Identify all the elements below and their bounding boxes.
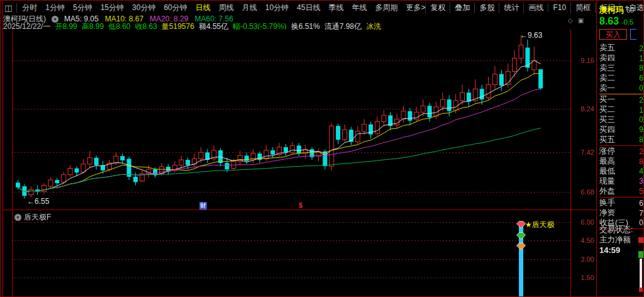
clock: 14:59 <box>599 245 620 255</box>
row-value: 4 <box>639 167 643 176</box>
menu-item[interactable]: 更多> <box>406 3 425 13</box>
row-value: 0 <box>639 84 643 92</box>
orderbook-row[interactable]: 卖一0 <box>599 83 643 93</box>
row-label: 最高 <box>599 156 615 167</box>
row-label: 最低 <box>599 166 615 177</box>
mini-bar-green <box>638 251 643 258</box>
signal-label: ★盾天极 <box>525 220 555 230</box>
row-value: 2 <box>639 44 643 53</box>
orderbook-row[interactable]: 卖二6 <box>599 73 643 83</box>
row-value: 8 <box>639 157 643 166</box>
row-label: 买一 <box>599 94 615 105</box>
main-chart-canvas[interactable] <box>12 30 570 210</box>
high-annotation: ←9.63 <box>520 31 542 40</box>
menu-item[interactable]: 5分钟 <box>73 3 92 13</box>
orderbook-row[interactable]: 买三0 <box>599 115 643 125</box>
menu-item[interactable]: 10分钟 <box>265 3 289 13</box>
menu-item[interactable]: 多周期 <box>375 3 397 13</box>
orderbook-row[interactable]: 买五8 <box>599 135 643 145</box>
orderbook-row[interactable]: 最低4 <box>599 167 643 177</box>
trade-status-row: 交易状态: <box>599 225 644 235</box>
orderbook-row[interactable]: 外盘5 <box>599 186 643 196</box>
row-label: 净资 <box>599 208 615 218</box>
y-axis-label: 1.50 <box>569 274 594 281</box>
menu-item[interactable]: 15分钟 <box>101 3 124 13</box>
row-value: 2 <box>639 96 643 104</box>
orderbook-row[interactable]: 买一2 <box>599 95 643 105</box>
row-value: 0 <box>639 115 643 124</box>
y-axis-label: 6.00 <box>569 218 594 226</box>
row-label: 买三 <box>599 115 615 125</box>
orderbook-row[interactable]: 卖三8 <box>599 64 643 74</box>
row-label: 买四 <box>599 125 615 135</box>
layout-icon[interactable]: ▣ <box>578 17 584 24</box>
orderbook-row[interactable]: 卖五2 <box>599 43 643 53</box>
menu-item[interactable]: 1分钟 <box>45 3 65 13</box>
orderbook-row[interactable]: 换手6 <box>599 198 643 208</box>
row-value: 6 <box>639 199 643 208</box>
row-value: 2 <box>639 147 643 156</box>
row-label: 换手 <box>599 198 615 208</box>
menu-item[interactable]: 分时 <box>22 3 37 13</box>
chart-corner-icons: ◇ ▣ <box>568 17 584 24</box>
row-label: 卖五 <box>599 43 615 53</box>
stock-header: 澳柯玛60 <box>599 4 634 16</box>
menu-item[interactable]: 日线 <box>196 3 211 13</box>
stock-code: 60 <box>626 6 634 14</box>
right-panel: 澳柯玛60 8.63-0.5 买入 卖五2卖四1卖三8卖二6卖一0买一2买二1买… <box>597 1 644 297</box>
sub-indicator-label: ▾ 盾天极F <box>14 212 51 223</box>
toolbar-item[interactable]: 叠加 <box>450 3 474 13</box>
chart-left-frame <box>12 30 13 296</box>
orderbook-row[interactable]: 买二1 <box>599 105 643 115</box>
orderbook-row[interactable]: 卖四1 <box>599 53 643 64</box>
orderbook-rows: 卖五2卖四1卖三8卖二6卖一0买一2买二1买三0买四9买五8涨停2最高8最低4现… <box>599 43 643 230</box>
stock-name: 澳柯玛 <box>599 5 624 14</box>
toolbar-item[interactable]: 多股 <box>474 3 499 13</box>
row-value: 9 <box>639 125 643 134</box>
orderbook-row[interactable]: 现量3 <box>599 176 643 186</box>
menu-item[interactable]: 30分钟 <box>132 3 155 13</box>
menu-item[interactable]: 周线 <box>219 3 234 13</box>
sub-indicator-name: 盾天极F <box>24 212 51 223</box>
mini-bar-red-bottom <box>639 288 643 292</box>
row-value: 7 <box>639 209 643 218</box>
menu-item[interactable]: 月线 <box>242 3 257 13</box>
menubar: ◫ 分时1分钟5分钟15分钟30分钟60分钟日线周线月线10分钟45日线季线年线… <box>1 1 597 14</box>
row-label: 卖四 <box>599 53 615 64</box>
y-axis-label: 7.42 <box>569 148 594 156</box>
price-change: -0.5 <box>621 18 633 26</box>
orderbook-row[interactable]: 买四9 <box>599 125 643 135</box>
y-axis-label: 9.16 <box>569 57 594 64</box>
menu-item[interactable]: 45日线 <box>297 3 320 13</box>
menu-item[interactable]: 年线 <box>352 3 367 13</box>
dollar-marker[interactable]: $ <box>299 201 303 209</box>
row-label: 涨停 <box>599 146 615 157</box>
buy-button[interactable]: 买入 <box>599 29 627 40</box>
trade-buttons: 买入 <box>599 29 636 40</box>
price-header: 8.63-0.5 <box>599 16 633 27</box>
y-axis-label: 8.24 <box>569 105 594 113</box>
toolbar-item[interactable]: 画线 <box>523 3 548 13</box>
row-label: 现量 <box>599 176 615 187</box>
subchart-divider <box>3 210 596 210</box>
orderbook-row[interactable]: 净资7 <box>599 208 643 218</box>
toolbar-item[interactable]: F10 <box>548 3 570 12</box>
finance-marker[interactable]: 财 <box>199 202 207 210</box>
row-value: 3 <box>639 177 643 186</box>
window-icon[interactable]: ◫ <box>4 3 17 13</box>
toolbar-item[interactable]: 简框 <box>570 3 595 13</box>
menu-item[interactable]: 60分钟 <box>164 3 187 13</box>
sub-collapse-icon[interactable]: ▾ <box>14 214 21 221</box>
orderbook-row[interactable]: 最高8 <box>599 157 643 167</box>
diamond-icon[interactable]: ◇ <box>568 17 573 24</box>
row-value: 8 <box>639 64 643 72</box>
sub-chart-canvas[interactable] <box>12 211 570 296</box>
row-label: 卖一 <box>599 83 615 94</box>
sell-button-partial[interactable] <box>630 29 636 40</box>
row-label: 外盘 <box>599 186 615 197</box>
window-left-inner-border <box>3 1 3 297</box>
orderbook-row[interactable]: 涨停2 <box>599 147 643 157</box>
toolbar-item[interactable]: 统计 <box>499 3 523 13</box>
menu-item[interactable]: 季线 <box>328 3 343 13</box>
toolbar-item[interactable]: 复权 <box>425 3 450 13</box>
